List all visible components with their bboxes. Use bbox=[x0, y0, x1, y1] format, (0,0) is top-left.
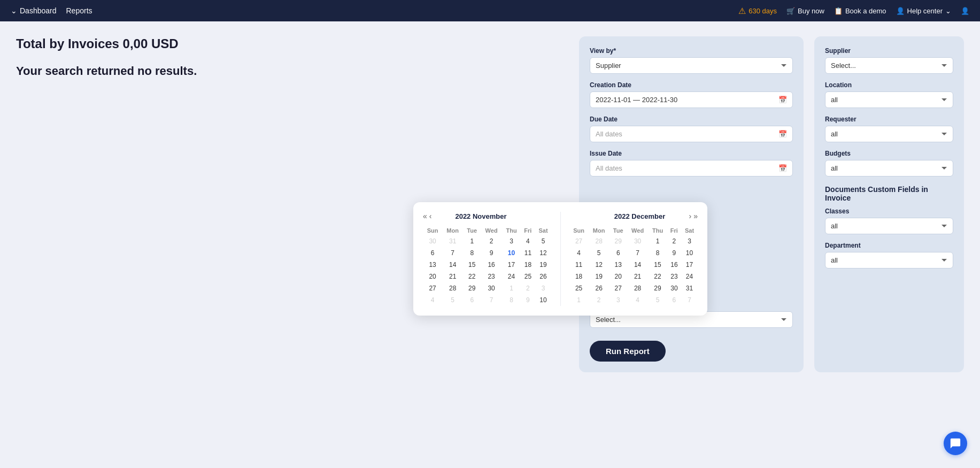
dec-day-18[interactable]: 18 bbox=[569, 271, 589, 282]
dec-day-22[interactable]: 22 bbox=[648, 271, 667, 282]
due-date-input[interactable]: All dates 📅 bbox=[590, 126, 793, 142]
nov-day-9[interactable]: 9 bbox=[521, 294, 535, 306]
nov-day-10[interactable]: 10 bbox=[502, 247, 521, 259]
dec-day-19[interactable]: 19 bbox=[589, 271, 609, 282]
nov-day-29[interactable]: 29 bbox=[463, 282, 481, 294]
nov-day-30[interactable]: 30 bbox=[481, 282, 502, 294]
nov-day-4[interactable]: 4 bbox=[423, 294, 442, 306]
nov-day-12[interactable]: 12 bbox=[535, 247, 552, 259]
dec-day-7[interactable]: 7 bbox=[627, 247, 649, 259]
nov-day-5[interactable]: 5 bbox=[442, 294, 463, 306]
dec-day-27[interactable]: 27 bbox=[569, 235, 589, 247]
nov-day-27[interactable]: 27 bbox=[423, 282, 442, 294]
next-button[interactable]: › bbox=[689, 212, 692, 220]
nov-day-2[interactable]: 2 bbox=[481, 235, 502, 247]
dec-day-23[interactable]: 23 bbox=[667, 271, 681, 282]
dec-day-2[interactable]: 2 bbox=[667, 235, 681, 247]
nov-day-23[interactable]: 23 bbox=[481, 271, 502, 282]
dec-day-30[interactable]: 30 bbox=[627, 235, 649, 247]
nov-day-4[interactable]: 4 bbox=[521, 235, 535, 247]
view-by-select[interactable]: Supplier bbox=[590, 57, 793, 74]
dec-day-16[interactable]: 16 bbox=[667, 259, 681, 271]
dec-day-27[interactable]: 27 bbox=[609, 282, 627, 294]
nov-day-14[interactable]: 14 bbox=[442, 259, 463, 271]
dec-day-29[interactable]: 29 bbox=[609, 235, 627, 247]
dec-day-8[interactable]: 8 bbox=[648, 247, 667, 259]
nov-day-31[interactable]: 31 bbox=[442, 235, 463, 247]
user-avatar[interactable]: 👤 bbox=[961, 7, 969, 15]
dec-day-4[interactable]: 4 bbox=[569, 247, 589, 259]
help-center-button[interactable]: 👤 Help center ⌄ bbox=[896, 7, 951, 15]
nov-day-13[interactable]: 13 bbox=[423, 259, 442, 271]
chat-bubble-button[interactable] bbox=[944, 432, 967, 455]
dec-day-1[interactable]: 1 bbox=[569, 294, 589, 306]
nov-day-17[interactable]: 17 bbox=[502, 259, 521, 271]
budgets-select[interactable]: all bbox=[825, 160, 953, 177]
dec-day-13[interactable]: 13 bbox=[609, 259, 627, 271]
nov-day-10[interactable]: 10 bbox=[535, 294, 552, 306]
nov-day-3[interactable]: 3 bbox=[502, 235, 521, 247]
nav-dashboard[interactable]: ⌄ Dashboard bbox=[11, 6, 57, 15]
nov-day-7[interactable]: 7 bbox=[481, 294, 502, 306]
dec-day-24[interactable]: 24 bbox=[681, 271, 698, 282]
dec-day-9[interactable]: 9 bbox=[667, 247, 681, 259]
dec-day-10[interactable]: 10 bbox=[681, 247, 698, 259]
requester-select[interactable]: all bbox=[825, 126, 953, 142]
dec-day-6[interactable]: 6 bbox=[667, 294, 681, 306]
run-report-button[interactable]: Run Report bbox=[590, 341, 666, 362]
nov-day-22[interactable]: 22 bbox=[463, 271, 481, 282]
issue-date-input[interactable]: All dates 📅 bbox=[590, 160, 793, 177]
nov-day-28[interactable]: 28 bbox=[442, 282, 463, 294]
prev-button[interactable]: ‹ bbox=[429, 212, 432, 220]
buy-now-button[interactable]: 🛒 Buy now bbox=[786, 7, 824, 15]
prev-prev-button[interactable]: « bbox=[423, 212, 427, 220]
location-select[interactable]: all bbox=[825, 91, 953, 108]
nov-day-30[interactable]: 30 bbox=[423, 235, 442, 247]
dec-day-25[interactable]: 25 bbox=[569, 282, 589, 294]
dec-day-4[interactable]: 4 bbox=[627, 294, 649, 306]
nov-day-8[interactable]: 8 bbox=[502, 294, 521, 306]
classes-select[interactable]: all bbox=[825, 218, 953, 234]
nov-day-6[interactable]: 6 bbox=[423, 247, 442, 259]
nov-day-1[interactable]: 1 bbox=[463, 235, 481, 247]
dec-day-31[interactable]: 31 bbox=[681, 282, 698, 294]
nov-day-2[interactable]: 2 bbox=[521, 282, 535, 294]
nov-day-20[interactable]: 20 bbox=[423, 271, 442, 282]
dec-day-29[interactable]: 29 bbox=[648, 282, 667, 294]
nov-day-24[interactable]: 24 bbox=[502, 271, 521, 282]
dec-day-28[interactable]: 28 bbox=[627, 282, 649, 294]
department-select[interactable]: all bbox=[825, 252, 953, 268]
dec-day-2[interactable]: 2 bbox=[589, 294, 609, 306]
dec-day-12[interactable]: 12 bbox=[589, 259, 609, 271]
dec-day-5[interactable]: 5 bbox=[589, 247, 609, 259]
nov-day-9[interactable]: 9 bbox=[481, 247, 502, 259]
nov-day-3[interactable]: 3 bbox=[535, 282, 552, 294]
nov-day-11[interactable]: 11 bbox=[521, 247, 535, 259]
dec-day-28[interactable]: 28 bbox=[589, 235, 609, 247]
nov-day-25[interactable]: 25 bbox=[521, 271, 535, 282]
dec-day-1[interactable]: 1 bbox=[648, 235, 667, 247]
dec-day-7[interactable]: 7 bbox=[681, 294, 698, 306]
dec-day-5[interactable]: 5 bbox=[648, 294, 667, 306]
nov-day-26[interactable]: 26 bbox=[535, 271, 552, 282]
dec-day-26[interactable]: 26 bbox=[589, 282, 609, 294]
book-demo-button[interactable]: 📋 Book a demo bbox=[834, 7, 886, 15]
dec-day-3[interactable]: 3 bbox=[609, 294, 627, 306]
nav-reports[interactable]: Reports bbox=[66, 6, 92, 15]
dec-day-17[interactable]: 17 bbox=[681, 259, 698, 271]
nov-day-16[interactable]: 16 bbox=[481, 259, 502, 271]
dec-day-3[interactable]: 3 bbox=[681, 235, 698, 247]
nov-day-19[interactable]: 19 bbox=[535, 259, 552, 271]
nov-day-6[interactable]: 6 bbox=[463, 294, 481, 306]
nov-day-21[interactable]: 21 bbox=[442, 271, 463, 282]
dec-day-20[interactable]: 20 bbox=[609, 271, 627, 282]
nov-day-8[interactable]: 8 bbox=[463, 247, 481, 259]
nov-day-7[interactable]: 7 bbox=[442, 247, 463, 259]
nov-day-15[interactable]: 15 bbox=[463, 259, 481, 271]
dec-day-14[interactable]: 14 bbox=[627, 259, 649, 271]
dec-day-15[interactable]: 15 bbox=[648, 259, 667, 271]
dec-day-11[interactable]: 11 bbox=[569, 259, 589, 271]
supplier-select[interactable]: Select... bbox=[825, 57, 953, 74]
dec-day-6[interactable]: 6 bbox=[609, 247, 627, 259]
creation-date-input[interactable]: 2022-11-01 — 2022-11-30 📅 bbox=[590, 91, 793, 108]
